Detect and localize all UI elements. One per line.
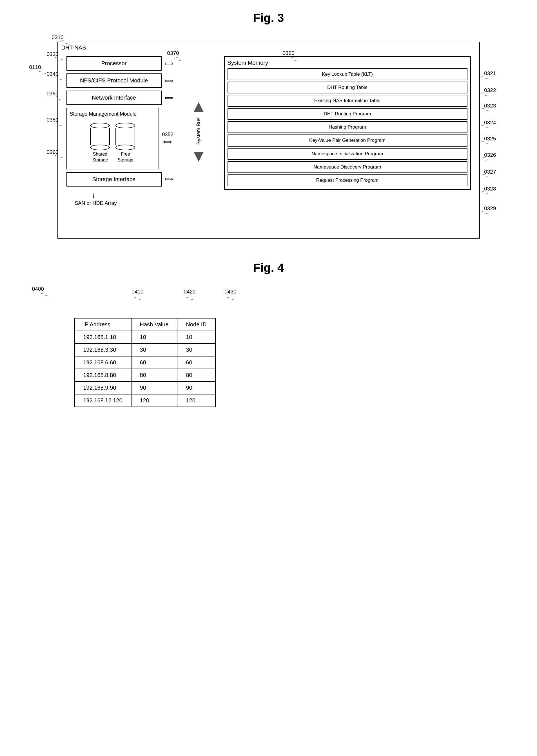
fig3-title: Fig. 3: [17, 11, 520, 25]
mem-item-3: DHT Routing Program: [227, 108, 468, 120]
klt-table: IP Address Hash Value Node ID 192.168.1.…: [74, 318, 216, 407]
node-0: 10: [177, 331, 215, 344]
fig4-diagram: 0400 ⟋⟋ 0410 ⟋⟋ 0420 ⟋⟋ 0430 ⟋⟋: [29, 283, 508, 413]
ip-5: 192.168.12.120: [75, 394, 131, 407]
free-storage-label: FreeStorage: [117, 151, 133, 163]
arrow-network: ⟺: [164, 94, 174, 101]
col-header-ip: IP Address: [75, 318, 131, 331]
storage-mgmt-box: Storage Management Module SharedStorage: [66, 108, 159, 170]
ip-4: 192.168.9.90: [75, 382, 131, 394]
hash-3: 80: [131, 369, 178, 382]
hash-2: 60: [131, 356, 178, 369]
table-header-row: IP Address Hash Value Node ID: [75, 318, 215, 331]
ref-0352: 0352: [162, 132, 173, 137]
node-2: 60: [177, 356, 215, 369]
mem-item-8: Request Processing Program: [227, 174, 468, 186]
network-iface-box: Network Interface: [66, 91, 162, 105]
node-1: 30: [177, 344, 215, 356]
san-section: ↓ SAN or HDD Array: [66, 191, 174, 206]
table-row: 192.168.1.10 10 10: [75, 331, 215, 344]
ref-0420: 0420: [167, 289, 212, 295]
big-down-arrow: ▼: [190, 147, 207, 164]
fig3-section: Fig. 3 0110 ⟋⟋ 0370 ⟋⟋ 0320 ⟋⟋ DHT-NAS 0…: [17, 11, 520, 239]
ref-0410: 0410: [108, 289, 167, 295]
node-4: 90: [177, 382, 215, 394]
storage-mgmt-row: Storage Management Module SharedStorage: [66, 108, 174, 170]
mem-item-4: Hashing Program: [227, 121, 468, 133]
ip-2: 192.168.6.60: [75, 356, 131, 369]
ip-1: 192.168.3.30: [75, 344, 131, 356]
cyl-top-shared: [90, 123, 110, 128]
ref-0410-area: 0410 ⟋⟋: [108, 289, 167, 301]
hash-1: 30: [131, 344, 178, 356]
processor-box: Processor: [66, 56, 162, 71]
arrow-storage-mgmt: 0352 ⟺: [162, 108, 173, 170]
hash-5: 120: [131, 394, 178, 407]
fig4-section: Fig. 4 0400 ⟋⟋ 0410 ⟋⟋ 0420 ⟋⟋ 0430 ⟋⟋: [29, 261, 508, 413]
ref-0430-area: 0430 ⟋⟋: [212, 289, 249, 301]
system-bus-area: ▲ System Bus ▼: [190, 56, 207, 206]
storage-mgmt-label: Storage Management Module: [70, 111, 156, 117]
shared-storage-cylinder: SharedStorage: [90, 123, 110, 163]
big-up-arrow: ▲: [190, 98, 207, 115]
inner-layout: 0330 ⟋⟋ 0340 ⟋⟋ 0350 ⟋⟋ 0351 ⟋⟋ 0360 ⟋⟋: [66, 51, 471, 206]
mem-item-5: Key-Value Pair Generation Program: [227, 134, 468, 146]
system-memory-label: System Memory: [227, 60, 468, 66]
col-refs-row: 0410 ⟋⟋ 0420 ⟋⟋ 0430 ⟋⟋: [108, 289, 508, 301]
shared-storage-label: SharedStorage: [92, 151, 108, 163]
col-header-hash: Hash Value: [131, 318, 178, 331]
table-row: 192.168.8.80 80 80: [75, 369, 215, 382]
cyl-top-free: [115, 123, 135, 128]
table-row: 192.168.12.120 120 120: [75, 394, 215, 407]
mem-item-7: Namespace Discovery Program: [227, 161, 468, 173]
ref-0420-area: 0420 ⟋⟋: [167, 289, 212, 301]
arrow-nfs: ⟺: [164, 77, 174, 84]
storage-iface-row: Storage Interface ⟺: [66, 172, 174, 187]
san-label: SAN or HDD Array: [75, 200, 117, 206]
ip-0: 192.168.1.10: [75, 331, 131, 344]
down-arrow-san: ↓: [92, 191, 96, 200]
free-storage-cylinder: FreeStorage: [115, 123, 135, 163]
fig3-diagram: 0110 ⟋⟋ 0370 ⟋⟋ 0320 ⟋⟋ DHT-NAS 0310 ⟋⟋ …: [29, 42, 508, 239]
cyl-bottom-free: [115, 145, 135, 150]
table-row: 192.168.3.30 30 30: [75, 344, 215, 356]
arrow-storage-iface: ⟺: [164, 175, 174, 183]
mem-item-2: Existing-NAS Information Table: [227, 95, 468, 107]
storage-icons: SharedStorage FreeStorage: [70, 120, 156, 166]
ref-0430: 0430: [212, 289, 249, 295]
storage-iface-box: Storage Interface: [66, 172, 162, 187]
nfs-cifs-row: NFS/CIFS Protocol Module ⟺: [66, 73, 174, 88]
table-body: 192.168.1.10 10 10 192.168.3.30 30 30 19…: [75, 331, 215, 407]
node-5: 120: [177, 394, 215, 407]
network-iface-row: Network Interface ⟺: [66, 91, 174, 105]
mem-item-6: Namespace Initialization Program: [227, 148, 468, 160]
table-row: 192.168.9.90 90 90: [75, 382, 215, 394]
mem-item-0: Key Lookup Table (KLT): [227, 68, 468, 80]
arrow-processor: ⟺: [164, 60, 174, 67]
node-3: 80: [177, 369, 215, 382]
system-bus-label: System Bus: [196, 118, 202, 145]
right-column: System Memory Key Lookup Table (KLT) DHT…: [224, 56, 471, 206]
mem-item-1: DHT Routing Table: [227, 82, 468, 94]
hash-4: 90: [131, 382, 178, 394]
arrow-0352: ⟺: [162, 138, 173, 145]
processor-row: Processor ⟺: [66, 56, 174, 71]
left-column: 0330 ⟋⟋ 0340 ⟋⟋ 0350 ⟋⟋ 0351 ⟋⟋ 0360 ⟋⟋: [66, 56, 174, 206]
dht-nas-box: DHT-NAS 0310 ⟋⟋ 0330 ⟋⟋ 0340 ⟋⟋ 0350 ⟋⟋: [58, 42, 480, 239]
hash-0: 10: [131, 331, 178, 344]
cyl-bottom-shared: [90, 145, 110, 150]
system-memory-box: System Memory Key Lookup Table (KLT) DHT…: [224, 56, 471, 190]
ip-3: 192.168.8.80: [75, 369, 131, 382]
col-header-node: Node ID: [177, 318, 215, 331]
nfs-cifs-box: NFS/CIFS Protocol Module: [66, 73, 162, 88]
table-row: 192.168.6.60 60 60: [75, 356, 215, 369]
fig4-title: Fig. 4: [29, 261, 508, 275]
system-memory-items: Key Lookup Table (KLT) DHT Routing Table…: [227, 68, 468, 186]
